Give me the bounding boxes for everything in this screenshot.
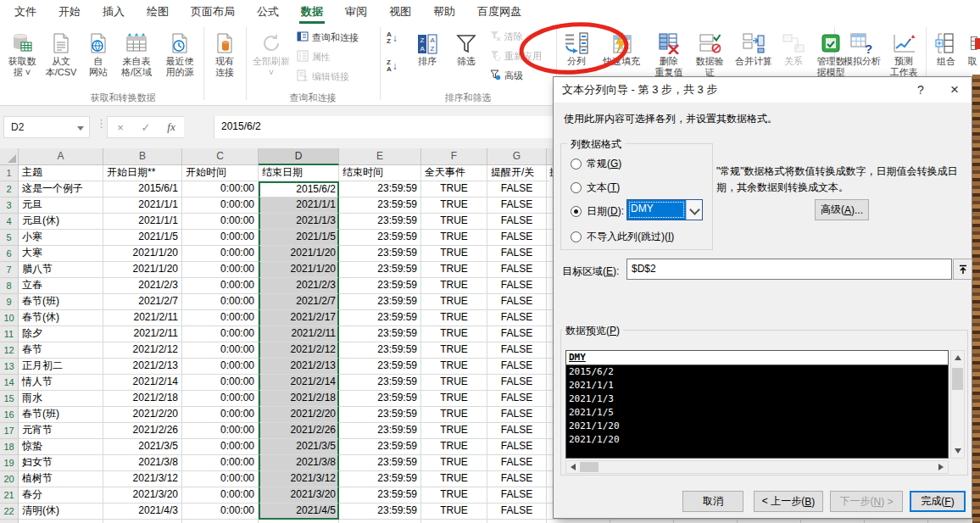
- cell[interactable]: 23:59:59: [339, 326, 421, 342]
- scrollbar-thumb[interactable]: [952, 368, 963, 390]
- cell[interactable]: TRUE: [421, 246, 487, 262]
- row-number[interactable]: 2: [0, 181, 19, 198]
- cell[interactable]: 2021/4/5: [259, 504, 339, 520]
- cell[interactable]: 主题: [19, 165, 103, 181]
- cell[interactable]: 元宵节: [19, 423, 103, 439]
- preview-horizontal-scrollbar[interactable]: [565, 460, 949, 474]
- cell[interactable]: 0:00:00: [182, 198, 259, 214]
- cell[interactable]: FALSE: [487, 181, 547, 198]
- cell[interactable]: 2021/1/1: [103, 214, 182, 230]
- sort-za-button[interactable]: ZA↓: [387, 59, 398, 73]
- cell[interactable]: TRUE: [421, 230, 487, 246]
- collapse-dialog-button[interactable]: [953, 259, 972, 280]
- cell[interactable]: 2021/3/12: [103, 471, 182, 487]
- cell[interactable]: 春分: [19, 487, 103, 504]
- preview-vertical-scrollbar[interactable]: [950, 350, 965, 459]
- cell[interactable]: 23:59:59: [339, 214, 421, 230]
- cell[interactable]: 除夕: [19, 326, 103, 342]
- cell[interactable]: 妇女节: [19, 455, 103, 471]
- row-number[interactable]: 11: [0, 326, 19, 342]
- cell[interactable]: TRUE: [421, 181, 487, 198]
- enter-entry-icon[interactable]: ✓: [133, 121, 159, 134]
- row-number[interactable]: 20: [0, 471, 19, 487]
- row-number[interactable]: 4: [0, 214, 19, 230]
- ribbon-tab[interactable]: 审阅: [334, 0, 378, 24]
- cell[interactable]: TRUE: [421, 214, 487, 230]
- cell[interactable]: 0:00:00: [182, 230, 259, 246]
- ribbon-tab[interactable]: 数据: [290, 0, 334, 24]
- cell[interactable]: 2021/2/11: [103, 310, 182, 326]
- cell[interactable]: 2021/2/26: [103, 423, 182, 439]
- cell[interactable]: FALSE: [487, 310, 547, 326]
- cell[interactable]: 开始时间: [182, 165, 259, 181]
- cell[interactable]: 2021/1/20: [103, 246, 182, 262]
- cell[interactable]: TRUE: [421, 262, 487, 278]
- cell[interactable]: TRUE: [421, 487, 487, 504]
- cell[interactable]: 0:00:00: [182, 310, 259, 326]
- cell[interactable]: 0:00:00: [182, 342, 259, 359]
- ribbon-tab[interactable]: 绘图: [136, 0, 180, 24]
- cell[interactable]: FALSE: [487, 214, 547, 230]
- close-icon[interactable]: ×: [938, 77, 972, 103]
- cell[interactable]: 惊蛰: [19, 439, 103, 455]
- recent-sources-button[interactable]: 最近使用的源: [159, 25, 200, 78]
- row-number[interactable]: 8: [0, 278, 19, 294]
- cell[interactable]: 0:00:00: [182, 181, 259, 198]
- cell[interactable]: 2021/3/12: [259, 471, 339, 487]
- row-number[interactable]: 7: [0, 262, 19, 278]
- cell[interactable]: 2021/1/1: [259, 198, 339, 214]
- row-number[interactable]: 21: [0, 487, 19, 504]
- flash-fill-button[interactable]: 快速填充: [595, 25, 648, 67]
- cell[interactable]: FALSE: [487, 278, 547, 294]
- cell[interactable]: 0:00:00: [182, 455, 259, 471]
- from-web-button[interactable]: 自网站: [83, 25, 114, 78]
- cell[interactable]: 结束时间: [339, 165, 421, 181]
- cell[interactable]: 2021/2/7: [103, 294, 182, 310]
- queries-connections-button[interactable]: 查询和连接: [297, 31, 359, 44]
- cell[interactable]: 23:59:59: [339, 423, 421, 439]
- scroll-right-icon[interactable]: [938, 464, 944, 470]
- cell[interactable]: 春节(班): [19, 294, 103, 310]
- cell[interactable]: FALSE: [487, 342, 547, 359]
- cell[interactable]: TRUE: [421, 294, 487, 310]
- cell[interactable]: FALSE: [487, 230, 547, 246]
- destination-input[interactable]: $D$2: [626, 259, 952, 280]
- column-header-c[interactable]: C: [182, 148, 259, 165]
- cell[interactable]: 春节(班): [19, 407, 103, 423]
- cell[interactable]: 23:59:59: [339, 230, 421, 246]
- column-header-a[interactable]: A: [19, 148, 103, 165]
- ribbon-tab[interactable]: 视图: [378, 0, 422, 24]
- cell[interactable]: TRUE: [421, 278, 487, 294]
- row-number[interactable]: 9: [0, 294, 19, 310]
- cell[interactable]: 2021/2/20: [259, 407, 339, 423]
- cell[interactable]: 2021/1/5: [103, 230, 182, 246]
- ribbon-tab[interactable]: 页面布局: [180, 0, 246, 24]
- cell[interactable]: 2021/3/20: [103, 487, 182, 504]
- cell[interactable]: 23:59:59: [339, 294, 421, 310]
- cell[interactable]: 2021/2/3: [259, 278, 339, 294]
- ribbon-tab[interactable]: 文件: [3, 0, 47, 24]
- cell[interactable]: 2021/2/11: [103, 326, 182, 342]
- cell[interactable]: FALSE: [487, 326, 547, 342]
- cancel-button[interactable]: 取消: [682, 491, 743, 512]
- cell[interactable]: 2021/2/18: [259, 391, 339, 407]
- column-header-g[interactable]: G: [487, 148, 547, 165]
- row-number[interactable]: 19: [0, 455, 19, 471]
- text-to-columns-button[interactable]: 分列: [558, 25, 595, 67]
- row-number[interactable]: 5: [0, 230, 19, 246]
- cell[interactable]: FALSE: [487, 359, 547, 375]
- group-button[interactable]: 组合: [929, 25, 963, 67]
- cell[interactable]: 23:59:59: [339, 342, 421, 359]
- cell[interactable]: 雨水: [19, 391, 103, 407]
- cell[interactable]: TRUE: [421, 310, 487, 326]
- column-header-f[interactable]: F: [421, 148, 487, 165]
- cell[interactable]: 提醒开/关: [487, 165, 547, 181]
- cell[interactable]: FALSE: [487, 439, 547, 455]
- what-if-analysis-button[interactable]: ? 模拟分析: [838, 25, 887, 67]
- cell[interactable]: 小寒: [19, 230, 103, 246]
- row-number[interactable]: 15: [0, 391, 19, 407]
- cell[interactable]: 元旦: [19, 198, 103, 214]
- data-validation-button[interactable]: 数据验证: [690, 25, 729, 78]
- cell[interactable]: 清明(休): [19, 504, 103, 520]
- cell[interactable]: TRUE: [421, 471, 487, 487]
